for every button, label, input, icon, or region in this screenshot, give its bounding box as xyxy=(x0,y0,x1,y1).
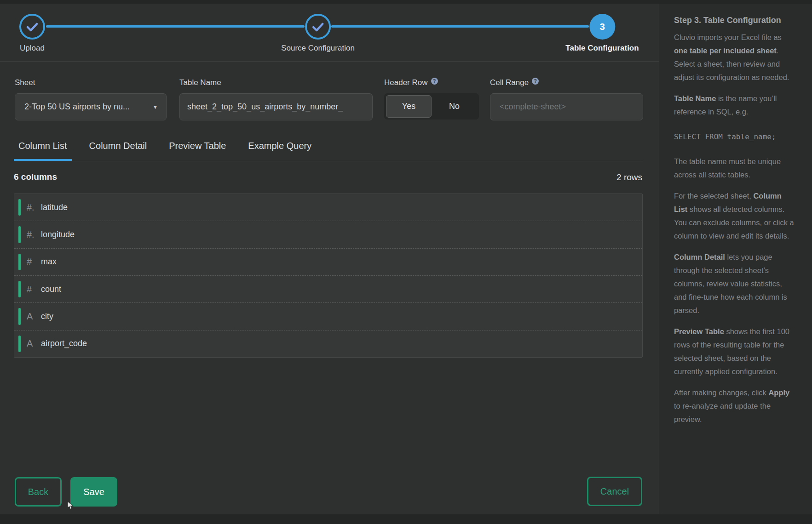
window-edge-bottom xyxy=(0,514,812,524)
header-row-help-icon[interactable]: ? xyxy=(431,78,438,85)
help-paragraph: Table Name is the name you’ll reference … xyxy=(674,92,795,119)
help-title: Step 3. Table Configuration xyxy=(674,15,795,25)
column-row-max[interactable]: # max xyxy=(14,249,642,276)
step-upload-check-icon[interactable] xyxy=(19,14,45,40)
cell-range-input[interactable] xyxy=(490,93,643,120)
column-included-indicator xyxy=(18,226,21,243)
help-paragraph: Cluvio imports your Excel file as one ta… xyxy=(674,31,795,84)
column-row-count[interactable]: # count xyxy=(14,276,642,303)
chevron-down-icon: ▼ xyxy=(153,104,158,110)
tab-column-list[interactable]: Column List xyxy=(14,140,72,161)
step-3-badge: 3 xyxy=(589,14,615,40)
column-included-indicator xyxy=(18,336,21,352)
step-source-check-icon[interactable] xyxy=(305,14,331,40)
column-row-city[interactable]: A city xyxy=(14,303,642,330)
integer-type-icon: # xyxy=(27,256,41,267)
excel-import-wizard: Upload Source Configuration 3 Table Conf… xyxy=(0,0,812,524)
help-panel: Step 3. Table Configuration Cluvio impor… xyxy=(659,0,812,524)
tab-label: Preview Table xyxy=(169,141,226,151)
sheet-select-value: 2-Top 50 US airports by nu... xyxy=(24,102,148,112)
column-row-airport_code[interactable]: A airport_code xyxy=(14,330,642,357)
step-upload: Upload xyxy=(19,14,45,53)
step-source-configuration: Source Configuration xyxy=(281,14,355,53)
mouse-cursor xyxy=(67,501,75,512)
header-row-no-button[interactable]: No xyxy=(432,95,477,118)
check-icon xyxy=(307,16,329,38)
tabs-divider xyxy=(14,161,643,161)
tab-label: Column List xyxy=(18,141,67,151)
sheet-select[interactable]: 2-Top 50 US airports by nu... ▼ xyxy=(15,93,167,120)
help-paragraph: For the selected sheet, Column List show… xyxy=(674,189,795,243)
tab-example-query[interactable]: Example Query xyxy=(243,140,316,161)
column-name: airport_code xyxy=(41,339,87,348)
text-type-icon: A xyxy=(27,338,41,349)
sheet-field: Sheet 2-Top 50 US airports by nu... ▼ xyxy=(15,78,167,120)
header-row-field: Header Row? Yes No xyxy=(384,78,479,120)
help-paragraph: After making changes, click Apply to re-… xyxy=(674,386,795,426)
back-button[interactable]: Back xyxy=(15,477,62,507)
table-name-input[interactable] xyxy=(179,93,373,120)
column-name: city xyxy=(41,312,53,321)
header-row-toggle: Yes No xyxy=(384,93,479,120)
tab-preview-table[interactable]: Preview Table xyxy=(164,140,230,161)
window-edge-top xyxy=(0,0,812,4)
save-button[interactable]: Save xyxy=(70,477,117,507)
decimal-type-icon: #. xyxy=(27,229,41,240)
check-icon xyxy=(21,16,43,38)
cell-range-field: Cell Range? xyxy=(490,78,643,120)
column-count: 6 columns xyxy=(14,172,57,182)
text-type-icon: A xyxy=(27,311,41,322)
tab-column-detail[interactable]: Column Detail xyxy=(85,140,152,161)
help-paragraph: Preview Table shows the first 100 rows o… xyxy=(674,325,795,378)
row-count: 2 rows xyxy=(616,172,642,182)
column-name: longitude xyxy=(41,230,75,239)
step-source-label: Source Configuration xyxy=(281,44,355,53)
sql-example: SELECT FROM table_name; xyxy=(674,132,795,141)
tabs: Column ListColumn DetailPreview TableExa… xyxy=(14,140,329,161)
table-name-field: Table Name xyxy=(179,78,373,120)
cell-range-label: Cell Range xyxy=(490,78,529,87)
stepper-connector-2 xyxy=(331,25,589,28)
step-upload-label: Upload xyxy=(20,44,45,53)
help-content: Cluvio imports your Excel file as one ta… xyxy=(674,31,795,426)
tab-label: Example Query xyxy=(248,141,311,151)
column-list: #. latitude #. longitude # max # count A… xyxy=(14,194,643,358)
help-paragraph: Column Detail lets you page through the … xyxy=(674,251,795,317)
table-name-label: Table Name xyxy=(179,78,373,87)
sheet-label: Sheet xyxy=(15,78,167,87)
column-included-indicator xyxy=(18,254,21,270)
column-row-longitude[interactable]: #. longitude xyxy=(14,221,642,248)
step-table-configuration: 3 Table Configuration xyxy=(565,14,639,53)
column-name: count xyxy=(41,285,61,294)
main-panel: Upload Source Configuration 3 Table Conf… xyxy=(0,0,659,524)
column-included-indicator xyxy=(18,199,21,216)
cancel-button[interactable]: Cancel xyxy=(587,477,642,506)
column-name: max xyxy=(41,257,57,267)
column-included-indicator xyxy=(18,308,21,325)
step-3-number: 3 xyxy=(599,21,605,32)
tab-label: Column Detail xyxy=(89,141,147,151)
step-table-config-label: Table Configuration xyxy=(565,44,639,53)
stepper-connector-1 xyxy=(46,25,305,28)
decimal-type-icon: #. xyxy=(27,202,41,213)
column-included-indicator xyxy=(18,281,21,297)
column-name: latitude xyxy=(41,203,68,212)
integer-type-icon: # xyxy=(27,284,41,295)
header-row-yes-button[interactable]: Yes xyxy=(386,95,432,118)
cell-range-help-icon[interactable]: ? xyxy=(532,78,539,85)
header-row-label: Header Row xyxy=(384,78,428,87)
column-row-latitude[interactable]: #. latitude xyxy=(14,194,642,221)
help-paragraph: The table name must be unique across all… xyxy=(674,155,795,182)
header-divider xyxy=(0,61,659,62)
